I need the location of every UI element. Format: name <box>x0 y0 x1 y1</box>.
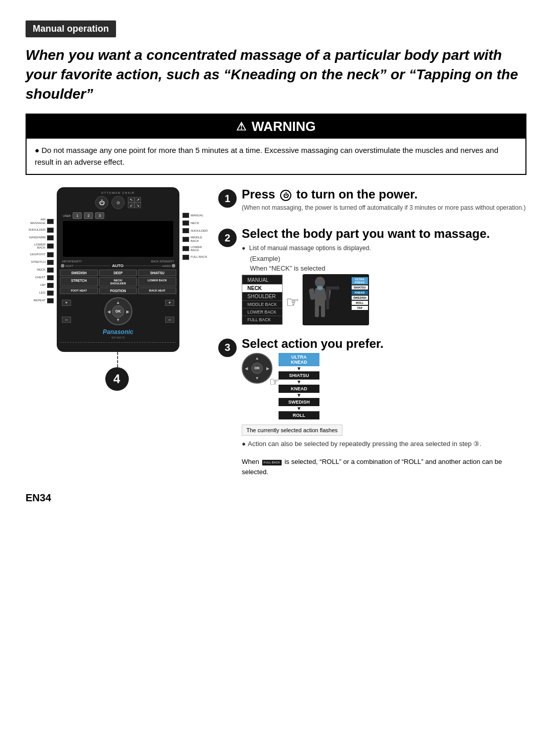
action-arr-3: ▼ <box>296 393 302 398</box>
ok-circle[interactable]: ▲ ▼ ◀ ▶ OK <box>104 297 132 325</box>
action-list: ULTRA KNEAD ▼ SHIATSU ▼ KNEAD ▼ SWEDISH … <box>279 353 319 419</box>
shiatsu-btn[interactable]: SHIATSU <box>138 270 176 276</box>
step3-badge: 3 <box>218 339 237 357</box>
bs-shoulder[interactable]: SHOULDER <box>242 293 282 301</box>
neck-btn[interactable] <box>47 268 54 273</box>
position-btn[interactable]: POSITION <box>99 287 137 294</box>
stretch-btn[interactable] <box>47 260 54 265</box>
legfoot-btn[interactable] <box>47 252 54 257</box>
action-shiatsu[interactable]: SHIATSU <box>279 371 319 380</box>
user-btn-3[interactable]: 3 <box>95 212 104 219</box>
back-intensity-label: BACK INTENSITY <box>151 260 174 263</box>
handarm-btn[interactable] <box>47 235 54 240</box>
full-back-right-btn[interactable] <box>182 255 189 260</box>
air-massage-btn[interactable] <box>47 219 54 224</box>
power-button[interactable]: ⏻ <box>95 196 108 209</box>
swedish-btn[interactable]: SWEDISH <box>60 270 98 276</box>
shoulder-btn[interactable] <box>47 228 54 233</box>
warning-header: ⚠ WARNING <box>27 115 525 139</box>
step3-action-display: ▲ ▼ ◀ ▶ OK ☞ ULTRA KNEAD <box>242 353 526 419</box>
label-chest: CHEST <box>26 275 54 280</box>
step2-notes: List of manual massage options is displa… <box>242 244 371 272</box>
arrow-down-left[interactable]: ↙ <box>128 203 134 208</box>
step3-row: 3 Select action you prefer. ▲ ▼ ◀ ▶ OK <box>218 337 526 477</box>
user-btn-1[interactable]: 1 <box>73 212 82 219</box>
arrow-down-right[interactable]: ↘ <box>134 203 141 208</box>
full-back-note: When FULL BACK is selected, “ROLL” or a … <box>242 457 526 477</box>
brand-logo: Panasonic <box>60 328 176 336</box>
ok-button[interactable]: OK <box>112 305 124 318</box>
lower-back-right-btn[interactable] <box>182 246 189 251</box>
label-shoulder: SHOULDER <box>26 228 54 233</box>
bs-full-back[interactable]: FULL BACK <box>242 316 282 323</box>
svg-rect-7 <box>326 286 329 309</box>
remote-control: OTTOMAN CHAIR ⏻ ⊙ ↖ ↗ ↙ ↘ <box>57 187 179 352</box>
remote-screen <box>63 221 173 257</box>
arrow-up-left[interactable]: ↖ <box>128 197 134 203</box>
legfoot-label: LEG/FOOT <box>30 253 45 256</box>
user-btn-2[interactable]: 2 <box>84 212 93 219</box>
stretch-massage-btn[interactable]: STRETCH <box>60 277 98 286</box>
svg-rect-8 <box>326 286 339 290</box>
plus-right-btn[interactable]: + <box>165 300 174 306</box>
bs-manual[interactable]: MANUAL <box>242 276 282 284</box>
label-leg: LEG <box>26 291 54 296</box>
warning-text: Do not massage any one point for more th… <box>35 146 498 166</box>
flash-note-text: The currently selected action flashes <box>246 427 338 433</box>
program-button[interactable]: ⊙ <box>111 196 125 209</box>
action-roll[interactable]: ROLL <box>279 411 319 419</box>
minus-left-btn[interactable]: – <box>62 317 71 323</box>
bs-neck[interactable]: NECK <box>242 284 282 293</box>
massage-type-list: ULTRAKNEAD SHIATSU KNEAD SWEDISH ROLL TA… <box>352 277 368 310</box>
manual-right-btn[interactable] <box>182 213 189 218</box>
arrow-cluster: ↖ ↗ ↙ ↘ <box>128 197 141 208</box>
manual-op-badge: Manual operation <box>26 20 116 37</box>
ok-mini-button[interactable]: OK <box>251 363 263 374</box>
dashed-connector <box>117 352 118 367</box>
neck-left-label: NECK <box>37 268 45 272</box>
stretch-label: STRETCH <box>31 260 45 264</box>
step2-heading: Select the body part you want to massage… <box>242 227 526 241</box>
remote-top-controls: ⏻ ⊙ ↖ ↗ ↙ ↘ <box>60 196 176 209</box>
back-heat-btn[interactable]: BACK HEAT <box>138 287 176 294</box>
repeat-btn[interactable] <box>47 298 54 303</box>
auto-label: AUTO <box>112 263 124 268</box>
repeat-label: REPEAT <box>33 299 45 302</box>
user-row: USER 1 2 3 <box>60 212 176 219</box>
hard-dot <box>172 264 175 268</box>
action-ultra-knead[interactable]: ULTRA KNEAD <box>279 353 319 366</box>
leg-label: LEG <box>39 291 45 295</box>
foot-heat-btn[interactable]: FOOT HEAT <box>60 287 98 294</box>
step2-row: 2 Select the body part you want to massa… <box>218 227 526 325</box>
step1-badge: 1 <box>218 189 237 208</box>
deep-btn[interactable]: DEEP <box>99 270 137 276</box>
action-swedish[interactable]: SWEDISH <box>279 398 319 406</box>
lower-back-btn[interactable] <box>47 243 54 249</box>
right-line <box>125 265 161 266</box>
lower-back-massage-btn[interactable]: LOWER BACK <box>138 277 176 286</box>
left-pm: + – <box>62 300 71 323</box>
minus-right-btn[interactable]: – <box>165 317 174 323</box>
shoulder-right-btn[interactable] <box>182 228 189 233</box>
middle-back-right-btn[interactable] <box>182 237 189 242</box>
svg-rect-4 <box>309 288 316 300</box>
arrow-up-right[interactable]: ↗ <box>134 197 141 203</box>
person-silhouette-svg <box>305 276 346 325</box>
air-massage-label: AIRMASSAGE <box>30 218 45 225</box>
action-knead[interactable]: KNEAD <box>279 385 319 393</box>
plus-left-btn[interactable]: + <box>62 300 71 306</box>
ok-down-arrow: ▼ <box>116 318 120 322</box>
neck-right-btn[interactable] <box>182 220 189 226</box>
bs-lower-back[interactable]: LOWER BACK <box>242 308 282 316</box>
rr-neck: NECK <box>182 220 208 226</box>
ok-mini-down: ▼ <box>255 376 259 381</box>
massage-btn-grid: SWEDISH DEEP SHIATSU STRETCH NECK/SHOULD… <box>60 270 176 286</box>
leg-btn[interactable] <box>47 291 54 296</box>
step1-heading: Press ⏻ to turn on the power. <box>242 187 526 202</box>
neck-shoulder-btn[interactable]: NECK/SHOULDER <box>99 277 137 286</box>
bs-middle-back[interactable]: MIDDLE BACK <box>242 301 282 308</box>
hip-btn[interactable] <box>47 283 54 288</box>
step1-body: Press ⏻ to turn on the power. (When not … <box>242 187 526 215</box>
body-selector-panel: MANUAL NECK SHOULDER MIDDLE BACK LOWER B… <box>242 275 283 325</box>
chest-btn[interactable] <box>47 275 54 280</box>
